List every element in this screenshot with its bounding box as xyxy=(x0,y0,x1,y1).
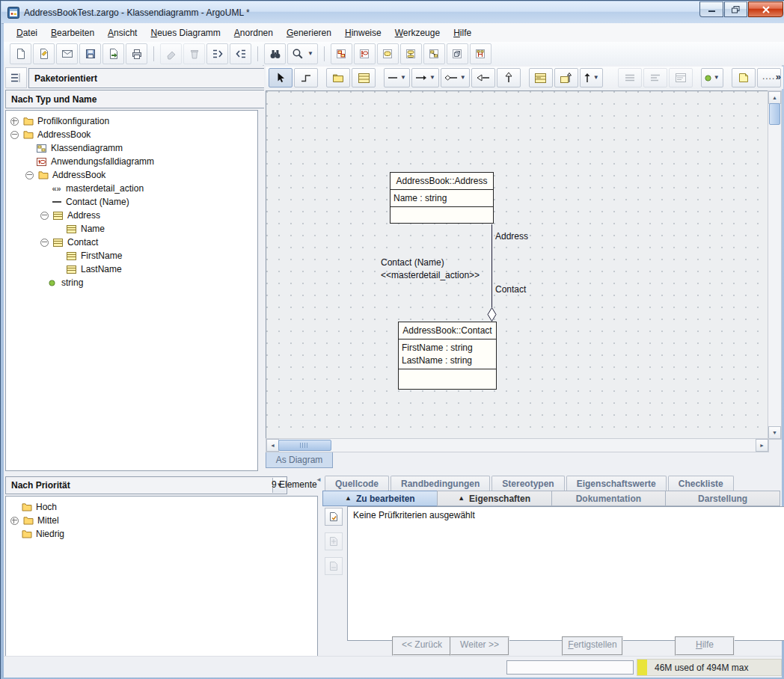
collapse-toggle-icon[interactable] xyxy=(25,171,34,179)
aggregation-tool-button[interactable]: ▼ xyxy=(441,68,470,87)
new-subclass-button[interactable] xyxy=(554,68,578,87)
scroll-right-button[interactable]: ► xyxy=(756,439,768,452)
new-sequence-diagram-button[interactable] xyxy=(470,43,491,64)
horizontal-scroll-thumb[interactable] xyxy=(278,440,331,451)
vertical-scroll-thumb[interactable] xyxy=(769,103,780,125)
uml-operations-compartment[interactable] xyxy=(399,369,496,389)
broken-line-tool-button[interactable] xyxy=(294,68,318,87)
new-datatype-button[interactable]: ▼ xyxy=(701,68,723,87)
new-class-diagram-button[interactable] xyxy=(331,43,352,64)
new-state-diagram-button[interactable] xyxy=(377,43,399,64)
export-button[interactable] xyxy=(102,43,124,64)
tree-item-profilkonfiguration[interactable]: Profilkonfiguration xyxy=(6,114,257,128)
tree-item-name-attribute[interactable]: Name xyxy=(6,222,257,236)
tab-quellcode[interactable]: Quellcode xyxy=(325,476,389,491)
uml-class-contact[interactable]: AddressBook::Contact FirstName : string … xyxy=(398,322,497,390)
menu-item-neues-diagramm[interactable]: Neues Diagramm xyxy=(144,25,227,41)
tree-item-klassendiagramm[interactable]: Klassendiagramm xyxy=(6,141,257,155)
menu-item-ansicht[interactable]: Ansicht xyxy=(101,25,144,41)
wizard-next-button[interactable]: Weiter >> xyxy=(450,636,509,656)
menu-item-hilfe[interactable]: Hilfe xyxy=(447,25,478,41)
maximize-button[interactable] xyxy=(724,1,747,17)
memory-monitor[interactable]: 46M used of 494M max xyxy=(637,659,782,676)
new-todo-item-button[interactable] xyxy=(325,508,343,526)
association-end-label[interactable]: Address xyxy=(495,231,528,242)
new-project-button[interactable] xyxy=(10,43,31,64)
tree-item-anwendungsfalldiagramm[interactable]: Anwendungsfalldiagramm xyxy=(6,155,257,168)
tree-item-masterdetail-action[interactable]: masterdetail_action xyxy=(6,182,257,195)
todo-item-mittel[interactable]: Mittel xyxy=(6,514,317,527)
tab-darstellung[interactable]: Darstellung xyxy=(665,491,780,506)
select-tool-button[interactable] xyxy=(269,68,293,87)
tab-stereotypen[interactable]: Stereotypen xyxy=(491,476,564,491)
association-tool-button[interactable]: ▼ xyxy=(384,68,410,87)
scroll-up-button[interactable]: ▲ xyxy=(768,91,781,104)
expand-toggle-icon[interactable] xyxy=(10,517,19,525)
new-comment-button[interactable] xyxy=(732,68,756,87)
navigate-arrow-button[interactable]: ▼ xyxy=(580,68,603,87)
tab-eigenschaftswerte[interactable]: Eigenschaftswerte xyxy=(566,476,667,491)
save-project-button[interactable] xyxy=(56,43,78,64)
menu-item-bearbeiten[interactable]: Bearbeiten xyxy=(44,25,101,41)
tree-item-firstname-attribute[interactable]: FirstName xyxy=(6,249,257,262)
tree-item-addressbook-root[interactable]: AddressBook xyxy=(6,128,257,141)
print-button[interactable] xyxy=(126,43,147,64)
uml-attribute[interactable]: LastName : string xyxy=(402,354,493,366)
explorer-tree[interactable]: Profilkonfiguration AddressBook Klassend… xyxy=(5,110,258,471)
uml-class-address[interactable]: AddressBook::Address Name : string xyxy=(390,172,494,224)
directed-association-tool-button[interactable]: ▼ xyxy=(411,68,439,87)
association-stereotype-label[interactable]: <<masterdetail_action>> xyxy=(381,270,480,280)
new-activity-diagram-button[interactable] xyxy=(400,43,422,64)
tab-zu-bearbeiten[interactable]: ▲ Zu bearbeiten xyxy=(322,491,438,506)
todo-tree[interactable]: Hoch Mittel Niedrig xyxy=(5,496,318,660)
new-collaboration-diagram-button[interactable] xyxy=(423,43,445,64)
association-end-label[interactable]: Contact xyxy=(495,284,526,295)
order-combobox[interactable]: Nach Typ und Name ▼ xyxy=(5,90,280,108)
realization-tool-button[interactable] xyxy=(497,68,521,87)
toolbar-overflow-button[interactable]: » xyxy=(776,72,781,82)
wizard-back-button[interactable]: << Zurück xyxy=(392,636,452,656)
menu-item-anordnen[interactable]: Anordnen xyxy=(227,25,280,41)
menu-item-generieren[interactable]: Generieren xyxy=(280,25,338,41)
tree-item-contact-name-association[interactable]: Contact (Name) xyxy=(6,195,257,209)
todo-item-niedrig[interactable]: Niedrig xyxy=(6,527,317,541)
expand-toggle-icon[interactable] xyxy=(10,117,19,126)
tab-eigenschaften[interactable]: ▲ Eigenschaften xyxy=(437,491,552,506)
wizard-finish-button[interactable]: Fertigstellen xyxy=(562,636,623,656)
titlebar[interactable]: AddressBookTest.zargo - Klassendiagramm … xyxy=(1,1,784,24)
tree-item-address-class[interactable]: Address xyxy=(6,209,257,222)
minimize-button[interactable] xyxy=(699,1,723,17)
tree-item-lastname-attribute[interactable]: LastName xyxy=(6,262,257,276)
scroll-down-button[interactable]: ▼ xyxy=(768,426,781,439)
new-usecase-diagram-button[interactable] xyxy=(354,43,376,64)
tree-item-addressbook-package[interactable]: AddressBook xyxy=(6,168,257,182)
outline-back-button[interactable] xyxy=(230,43,251,64)
perspective-combobox[interactable]: Paketorientiert ▼ xyxy=(28,68,280,88)
new-attribute-compartment-button[interactable] xyxy=(529,68,553,87)
horizontal-scrollbar[interactable]: ◄ ► xyxy=(266,438,769,452)
collapse-toggle-icon[interactable] xyxy=(40,212,49,220)
association-line[interactable] xyxy=(491,224,492,307)
aggregation-diamond-icon[interactable] xyxy=(487,307,497,322)
find-button[interactable] xyxy=(264,43,286,64)
association-name-label[interactable]: Contact (Name) xyxy=(381,257,444,268)
save-project-as-button[interactable] xyxy=(79,43,101,64)
new-deployment-diagram-button[interactable] xyxy=(447,43,468,64)
collapse-toggle-icon[interactable] xyxy=(10,131,19,139)
configure-perspectives-button[interactable] xyxy=(5,67,27,88)
scroll-left-button[interactable]: ◄ xyxy=(266,439,279,452)
tab-dokumentation[interactable]: Dokumentation xyxy=(551,491,667,506)
tree-item-string-datatype[interactable]: string xyxy=(6,276,257,289)
vertical-scrollbar[interactable]: ▲ ▼ xyxy=(768,90,782,440)
menu-item-datei[interactable]: Datei xyxy=(10,25,44,41)
close-button[interactable] xyxy=(748,1,783,17)
outline-forward-button[interactable] xyxy=(206,43,228,64)
uml-attribute[interactable]: FirstName : string xyxy=(402,341,493,354)
zoom-button[interactable]: ▼ xyxy=(287,43,318,64)
todo-filter-combobox[interactable]: Nach Priorität ▼ xyxy=(5,476,287,494)
tree-item-contact-class[interactable]: Contact xyxy=(6,236,257,249)
tab-randbedingungen[interactable]: Randbedingungen xyxy=(391,476,490,491)
uml-operations-compartment[interactable] xyxy=(391,207,493,223)
new-class-tool-button[interactable] xyxy=(352,68,376,87)
new-package-tool-button[interactable] xyxy=(326,68,350,87)
